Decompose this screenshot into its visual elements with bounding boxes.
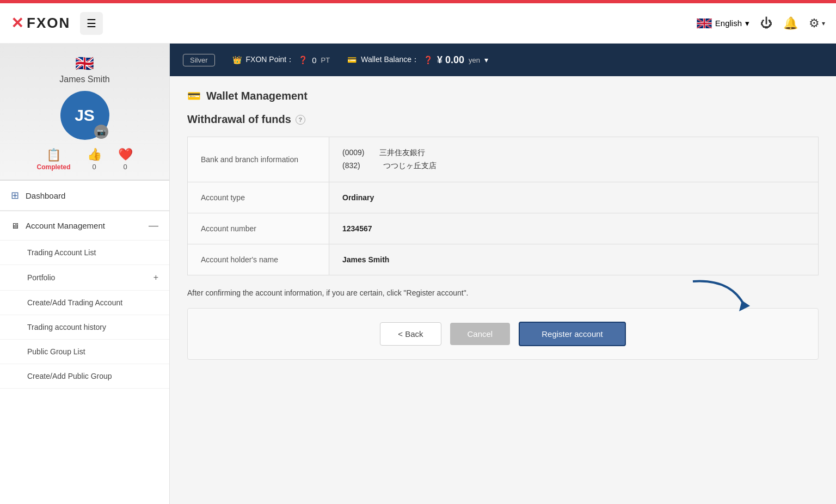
sidebar-item-create-trading-account[interactable]: Create/Add Trading Account [0,291,169,315]
avatar-camera-icon[interactable]: 📷 [94,125,108,139]
trading-account-list-label: Trading Account List [27,248,96,257]
header-right: English ▾ ⏻ 🔔 ⚙ ▾ [697,16,825,30]
table-row-holder-name: Account holder's name James Smith [188,244,819,275]
user-flag-icon: 🇬🇧 [75,54,94,72]
hearts-icon: ❤️ [118,147,133,162]
trading-account-history-label: Trading account history [27,323,106,331]
svg-marker-1 [739,300,750,311]
crown-icon: 👑 [232,56,242,64]
sidebar-item-create-public-group[interactable]: Create/Add Public Group [0,364,169,389]
wallet-icon: 💳 [347,56,356,64]
header-left: ✕ FXON ☰ [11,12,103,35]
holder-name-label: Account holder's name [188,244,329,275]
settings-button[interactable]: ⚙ ▾ [809,16,825,30]
create-public-group-label: Create/Add Public Group [27,372,112,380]
power-button[interactable]: ⏻ [760,16,772,30]
sidebar-item-label-dashboard: Dashboard [26,191,65,200]
completed-label: Completed [36,163,70,171]
account-number-label: Account number [188,213,329,244]
holder-name-value: James Smith [329,244,819,275]
bank-info-table: Bank and branch information (0009) 三井住友銀… [187,137,819,275]
wallet-dropdown-icon[interactable]: ▾ [484,56,488,64]
wallet-help-icon[interactable]: ❓ [423,56,433,64]
sidebar-item-public-group-list[interactable]: Public Group List [0,340,169,364]
cancel-button[interactable]: Cancel [450,323,511,345]
bank-info-value: (0009) 三井住友銀行 (832) つつじヶ丘支店 [329,137,819,182]
page-header: 💳 Wallet Management [187,89,819,102]
fxon-point-label: FXON Point： [246,55,294,65]
stat-likes: 👍 0 [87,147,102,171]
hearts-count: 0 [123,163,127,171]
account-type-label: Account type [188,182,329,213]
wallet-balance-item: 💳 Wallet Balance： ❓ ¥ 0.00 yen ▾ [347,54,488,66]
sidebar-item-account-management[interactable]: 🖥 Account Management — [0,211,169,241]
language-arrow-icon: ▾ [745,19,749,28]
sidebar-item-label-account-management: Account Management [26,221,105,230]
sidebar-item-trading-account-history[interactable]: Trading account history [0,315,169,340]
fxon-pt-unit: PT [321,56,330,64]
table-row-bank: Bank and branch information (0009) 三井住友銀… [188,137,819,182]
hamburger-button[interactable]: ☰ [80,12,103,35]
table-row-account-number: Account number 1234567 [188,213,819,244]
portfolio-expand-icon: + [153,273,158,282]
public-group-list-label: Public Group List [27,347,85,356]
bank-code: (0009) 三井住友銀行 [342,148,805,158]
main-layout: 🇬🇧 James Smith JS 📷 📋 Completed 👍 0 ❤️ 0 [0,44,836,504]
table-row-account-type: Account type Ordinary [188,182,819,213]
likes-count: 0 [92,163,96,171]
page-section-title: Wallet Management [206,90,308,102]
page-content: 💳 Wallet Management Withdrawal of funds … [170,76,836,504]
logo: ✕ FXON [11,14,70,32]
user-stats: 📋 Completed 👍 0 ❤️ 0 [36,147,132,171]
sidebar-item-trading-account-list[interactable]: Trading Account List [0,241,169,265]
sidebar-user-section: 🇬🇧 James Smith JS 📷 📋 Completed 👍 0 ❤️ 0 [0,44,169,180]
bank-info-label: Bank and branch information [188,137,329,182]
dashboard-icon: ⊞ [11,189,19,201]
arrow-annotation [687,276,753,316]
uk-flag-icon [697,19,712,28]
section-title: Withdrawal of funds ? [187,113,819,126]
language-label: English [715,19,742,28]
portfolio-label: Portfolio [27,273,55,282]
sidebar-menu: ⊞ Dashboard 🖥 Account Management — Tradi… [0,181,169,504]
collapse-icon: — [149,220,158,231]
register-account-button[interactable]: Register account [519,322,626,346]
user-name: James Smith [59,75,109,84]
status-bar: Silver 👑 FXON Point： ❓ 0 PT 💳 Wallet Bal… [170,44,836,76]
create-trading-account-label: Create/Add Trading Account [27,298,122,307]
stat-completed: 📋 Completed [36,148,70,171]
avatar-container: JS 📷 [60,91,109,140]
account-type-value: Ordinary [329,182,819,213]
monitor-icon: 🖥 [11,221,19,230]
header: ✕ FXON ☰ English ▾ ⏻ 🔔 ⚙ ▾ [0,3,836,44]
withdrawal-help-icon[interactable]: ? [296,115,305,125]
logo-x-icon: ✕ [11,14,23,32]
content-area: Silver 👑 FXON Point： ❓ 0 PT 💳 Wallet Bal… [170,44,836,504]
sidebar-item-portfolio[interactable]: Portfolio + [0,265,169,291]
account-management-left: 🖥 Account Management [11,221,105,230]
wallet-label: Wallet Balance： [361,55,419,65]
fxon-point-value: 0 [312,56,316,65]
stat-hearts: ❤️ 0 [118,147,133,171]
notification-button[interactable]: 🔔 [783,16,798,30]
sidebar: 🇬🇧 James Smith JS 📷 📋 Completed 👍 0 ❤️ 0 [0,44,170,504]
sidebar-item-dashboard[interactable]: ⊞ Dashboard [0,181,169,211]
wallet-management-icon: 💳 [187,89,201,102]
fxon-point-item: 👑 FXON Point： ❓ 0 PT [232,55,330,65]
logo-text: FXON [27,15,70,32]
likes-icon: 👍 [87,147,102,162]
bank-branch: (832) つつじヶ丘支店 [342,161,805,171]
action-area: < Back Cancel Register account [187,308,819,360]
fxon-help-icon[interactable]: ❓ [298,56,308,64]
tier-badge: Silver [183,54,215,66]
back-button[interactable]: < Back [380,322,441,346]
wallet-currency: yen [469,56,480,64]
wallet-value: ¥ 0.00 [437,54,464,66]
withdrawal-title: Withdrawal of funds [187,113,291,126]
language-selector[interactable]: English ▾ [697,19,749,28]
completed-icon: 📋 [46,148,61,162]
account-number-value: 1234567 [329,213,819,244]
